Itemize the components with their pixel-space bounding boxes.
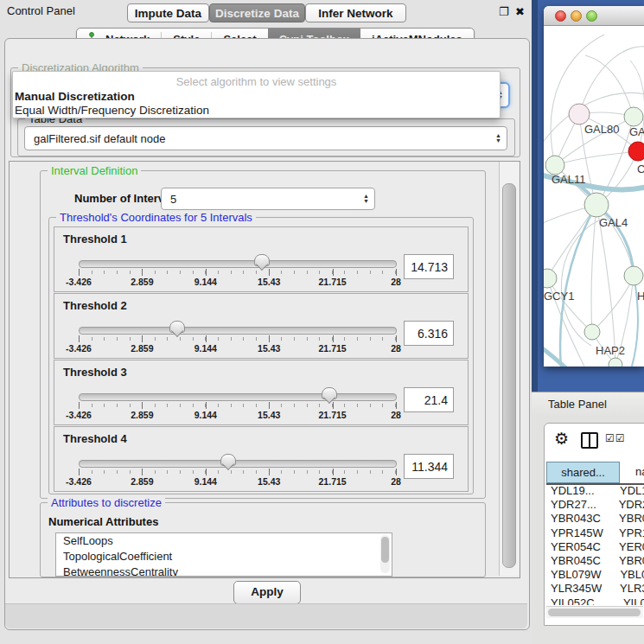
- node-label: GA: [629, 125, 644, 138]
- table-data-selected: galFiltered.sif default node: [34, 127, 165, 150]
- columns-icon[interactable]: [581, 432, 598, 449]
- slider-thumb[interactable]: [254, 254, 270, 266]
- node-label: HAP2: [596, 344, 625, 357]
- node-gal11[interactable]: [545, 156, 564, 175]
- dropdown-option-manual[interactable]: Manual Discretization: [15, 90, 135, 103]
- group-title: Threshold's Coordinates for 5 Intervals: [56, 211, 256, 224]
- minimize-window-icon[interactable]: [571, 10, 582, 22]
- network-view-window[interactable]: GAL80 GA C GAL11 GAL4 GCY1 H HAP2: [544, 6, 644, 367]
- node-label: H: [637, 290, 644, 303]
- close-panel-icon[interactable]: ✖: [515, 5, 525, 18]
- threshold-3-slider[interactable]: -3.426 2.859 9.144 15.43 21.715 28: [79, 360, 395, 424]
- slider-tick-labels: -3.426 2.859 9.144 15.43 21.715 28: [79, 277, 396, 287]
- dropdown-option-equal-width[interactable]: Equal Width/Frequency Discretization: [15, 104, 209, 117]
- tab-impute-data[interactable]: Impute Data: [127, 3, 209, 22]
- slider-ticks: [79, 469, 396, 475]
- table-row[interactable]: YPR145WYPR1: [546, 526, 644, 540]
- slider-thumb[interactable]: [322, 387, 337, 399]
- slider-tick-labels: -3.426 2.859 9.144 15.43 21.715 28: [79, 476, 396, 487]
- mode-tab-strip: [5, 603, 527, 628]
- threshold-1-slider[interactable]: -3.426 2.859 9.144 15.43 21.715 28: [79, 227, 395, 291]
- dropdown-prompt: Select algorithm to view settings: [13, 75, 500, 88]
- node-label: GCY1: [544, 290, 574, 303]
- num-intervals-value: 5: [170, 188, 176, 209]
- threshold-2-slider[interactable]: -3.426 2.859 9.144 15.43 21.715 28: [79, 294, 395, 358]
- node-gcy1[interactable]: [544, 269, 557, 288]
- node-gal80[interactable]: [569, 104, 590, 124]
- panel-title: Control Panel: [7, 4, 75, 17]
- slider-track[interactable]: [79, 460, 397, 468]
- slider-track[interactable]: [79, 260, 397, 268]
- table-row[interactable]: YER054CYER0: [546, 540, 644, 554]
- slider-tick-labels: -3.426 2.859 9.144 15.43 21.715 28: [79, 343, 396, 354]
- algorithm-dropdown-popup: Select algorithm to view settings Manual…: [12, 71, 501, 118]
- gear-icon[interactable]: ⚙: [554, 429, 569, 449]
- table-row[interactable]: YBR045CYBR0: [546, 554, 644, 568]
- list-item[interactable]: BetweennessCentrality: [56, 564, 392, 577]
- stepper-icon: ▲▼: [363, 194, 369, 204]
- float-window-icon[interactable]: ❐: [499, 5, 509, 18]
- threshold-1-panel: Threshold 1 -3.426 2.859 9.144 15.43 21.…: [54, 226, 469, 292]
- network-canvas[interactable]: GAL80 GA C GAL11 GAL4 GCY1 H HAP2: [544, 26, 644, 367]
- node-top-right[interactable]: [624, 107, 643, 126]
- slider-tick-labels: -3.426 2.859 9.144 15.43 21.715 28: [79, 410, 396, 420]
- network-graph: GAL80 GA C GAL11 GAL4 GCY1 H HAP2: [544, 26, 644, 367]
- zoom-window-icon[interactable]: [586, 10, 597, 22]
- table-row[interactable]: YIL052CYIL0: [546, 596, 644, 606]
- threshold-2-panel: Threshold 2 -3.426 2.859 9.144 15.43 21.…: [54, 293, 469, 359]
- threshold-4-value-field[interactable]: 11.344: [404, 454, 454, 479]
- group-title: Interval Definition: [48, 164, 141, 177]
- node-label: C: [637, 163, 644, 175]
- column-header-name[interactable]: na: [621, 462, 644, 483]
- node-selected-red[interactable]: [628, 142, 644, 161]
- node-label: GAL4: [599, 216, 628, 229]
- list-scrollbar[interactable]: [380, 535, 390, 573]
- node-label: GAL80: [584, 123, 619, 136]
- slider-ticks: [79, 335, 396, 342]
- network-window-titlebar[interactable]: [544, 6, 644, 26]
- numerical-attributes-label: Numerical Attributes: [48, 515, 158, 528]
- slider-thumb[interactable]: [220, 454, 236, 466]
- threshold-4-panel: Threshold 4 -3.426 2.859 9.144 15.43 21.…: [54, 426, 469, 492]
- list-item[interactable]: SelfLoops: [56, 533, 392, 549]
- threshold-1-value-field[interactable]: 14.713: [404, 254, 454, 279]
- vertical-scrollbar-thumb[interactable]: [502, 183, 516, 568]
- table-row[interactable]: YBR043CYBR0: [546, 512, 644, 526]
- table-data-combobox[interactable]: galFiltered.sif default node ▲▼: [24, 126, 507, 150]
- horizontal-scrollbar-thumb[interactable]: [548, 609, 641, 616]
- checkbox-icons[interactable]: ☑☑: [605, 432, 626, 444]
- apply-button[interactable]: Apply: [233, 581, 301, 604]
- slider-track[interactable]: [79, 327, 397, 335]
- table-row[interactable]: YDL19...YDL1: [546, 484, 644, 498]
- table-row[interactable]: YDR27...YDR2: [546, 498, 644, 512]
- num-intervals-combobox[interactable]: 5 ▲▼: [161, 188, 375, 210]
- node-label: GAL11: [552, 173, 586, 186]
- table-row[interactable]: YBL079WYBL0: [546, 568, 644, 582]
- table-panel-header: Table Panel: [532, 392, 644, 418]
- stepper-icon: ▲▼: [495, 133, 501, 143]
- table-panel-card: ⚙ ☑☑ shared... na YDL19...YDL1 YDR27...Y…: [544, 423, 644, 626]
- threshold-4-slider[interactable]: -3.426 2.859 9.144 15.43 21.715 28: [79, 427, 395, 491]
- horizontal-scrollbar[interactable]: [546, 606, 643, 618]
- pane-divider[interactable]: [532, 0, 538, 393]
- table-body: YDL19...YDL1 YDR27...YDR2 YBR043CYBR0 YP…: [546, 484, 644, 605]
- table-row[interactable]: YLR345WYLR3: [546, 582, 644, 596]
- slider-track[interactable]: [79, 393, 397, 401]
- column-header-shared[interactable]: shared...: [546, 462, 620, 483]
- tab-discretize-data[interactable]: Discretize Data: [209, 3, 305, 22]
- node-h[interactable]: [624, 266, 643, 285]
- table-header-row: shared... na: [546, 462, 644, 485]
- threshold-3-value-field[interactable]: 21.4: [404, 387, 454, 412]
- slider-thumb[interactable]: [169, 321, 185, 333]
- node-gal4[interactable]: [584, 193, 609, 217]
- attributes-list[interactable]: SelfLoops TopologicalCoefficient Between…: [55, 532, 392, 577]
- group-title: Attributes to discretize: [48, 496, 165, 509]
- table-panel-title: Table Panel: [548, 398, 607, 411]
- threshold-3-panel: Threshold 3 -3.426 2.859 9.144 15.43 21.…: [54, 360, 469, 425]
- slider-ticks: [79, 402, 396, 409]
- threshold-2-value-field[interactable]: 6.316: [404, 321, 454, 346]
- close-window-icon[interactable]: [555, 10, 566, 22]
- list-item[interactable]: TopologicalCoefficient: [56, 549, 392, 564]
- node-hap2[interactable]: [584, 324, 600, 340]
- tab-infer-network[interactable]: Infer Network: [305, 3, 406, 22]
